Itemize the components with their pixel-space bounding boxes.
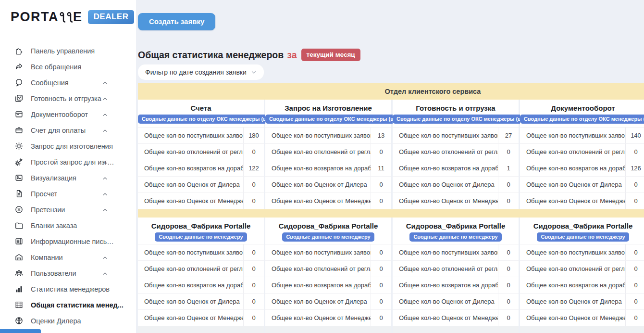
next-section-partial bbox=[138, 326, 644, 333]
table-row: Общее кол-во Оценок от Дилера0 bbox=[138, 177, 264, 193]
sidebar-item-general-stats[interactable]: Общая статистика менед... bbox=[0, 297, 136, 313]
table-row: Общее кол-во Оценок от Дилера0 bbox=[265, 294, 391, 310]
column-title: Запрос на Изготовление bbox=[265, 104, 391, 112]
date-filter-label: Фильтр по дате создания заявки bbox=[145, 68, 247, 76]
chevron-up-icon[interactable] bbox=[102, 143, 108, 149]
sidebar-item-label: Счет для оплаты bbox=[31, 127, 86, 134]
check-stack-icon bbox=[14, 94, 24, 103]
table-row: Общее кол-во поступивших заявок0 bbox=[393, 244, 519, 261]
grid-icon bbox=[14, 300, 24, 309]
chevron-up-icon[interactable] bbox=[102, 175, 108, 181]
row-label: Общее кол-во Оценок от Дилера bbox=[138, 177, 243, 192]
sidebar-item-docflow[interactable]: Документооборот bbox=[0, 106, 136, 122]
chevron-up-icon[interactable] bbox=[102, 270, 108, 276]
chevron-up-icon[interactable] bbox=[102, 79, 108, 86]
row-value: 0 bbox=[243, 277, 264, 293]
sidebar-item-companies[interactable]: Компании bbox=[0, 249, 136, 265]
row-label: Общее кол-во Оценок от Менеджера bbox=[520, 193, 625, 209]
row-value: 0 bbox=[498, 144, 519, 160]
column-header: Сидорова_Фабрика PortalleСводные данные … bbox=[138, 218, 264, 244]
chevron-up-icon[interactable] bbox=[102, 95, 108, 102]
sidebar-item-mfg-request[interactable]: Запрос для изготовления bbox=[0, 138, 136, 154]
sidebar-item-manager-stats[interactable]: Статистика менеджеров bbox=[0, 281, 136, 297]
gear-icon bbox=[14, 141, 24, 151]
row-value: 126 bbox=[625, 160, 644, 176]
x-circle-icon bbox=[14, 205, 24, 214]
sidebar-item-dealer-ratings[interactable]: Оценки Дилера bbox=[0, 313, 136, 329]
department-header: Отдел клиентского сервиса bbox=[138, 83, 644, 100]
table-row: Общее кол-во отклонений от регламента0 bbox=[138, 261, 264, 277]
sidebar-item-dashboard[interactable]: Панель управления bbox=[0, 43, 136, 59]
brand-text-suffix: E bbox=[73, 10, 83, 25]
sidebar-item-readiness[interactable]: Готовность и отгрузка bbox=[0, 90, 136, 106]
sidebar-item-invoice[interactable]: Счет для оплаты bbox=[0, 122, 136, 138]
table-row: Общее кол-во Оценок от Менеджера0 bbox=[393, 310, 519, 326]
table-row: Общее кол-во Оценок от Менеджера0 bbox=[520, 310, 644, 326]
stats-column: СчетаСводные данные по отделу ОКС менедж… bbox=[138, 100, 264, 209]
sidebar-item-messages[interactable]: Сообщения bbox=[0, 75, 136, 90]
row-value: 0 bbox=[498, 294, 519, 309]
sidebar-item-label: Просчет bbox=[31, 190, 57, 198]
row-label: Общее кол-во Оценок от Дилера bbox=[520, 294, 625, 309]
table-row: Общее кол-во отклонений от регламента0 bbox=[393, 261, 519, 277]
row-value: 0 bbox=[371, 310, 391, 326]
sidebar-item-order-forms[interactable]: Бланки заказа bbox=[0, 218, 136, 233]
row-value: 0 bbox=[243, 244, 264, 260]
sidebar-item-users[interactable]: Пользователи bbox=[0, 265, 136, 281]
row-value: 0 bbox=[371, 144, 391, 160]
chevron-up-icon[interactable] bbox=[102, 191, 108, 197]
create-request-button[interactable]: Создать заявку bbox=[138, 13, 215, 30]
sidebar-item-label: Общая статистика менед... bbox=[31, 301, 124, 309]
forward-icon bbox=[14, 62, 24, 71]
sidebar-item-info-letters[interactable]: Информационные письма bbox=[0, 233, 136, 249]
column-title: Документооборот bbox=[520, 104, 644, 112]
sidebar-item-label: Оценки Дилера bbox=[31, 317, 81, 325]
chevron-up-icon[interactable] bbox=[102, 254, 108, 260]
table-row: Общее кол-во Оценок от Менеджера0 bbox=[138, 310, 264, 326]
row-value: 0 bbox=[498, 244, 519, 260]
row-label: Общее кол-во отклонений от регламента bbox=[265, 261, 371, 277]
sidebar-item-label: Готовность и отгрузка bbox=[31, 95, 101, 102]
table-row: Общее кол-во Оценок от Дилера0 bbox=[393, 177, 519, 193]
department-summary-section: СчетаСводные данные по отделу ОКС менедж… bbox=[138, 100, 644, 209]
chevron-up-icon[interactable] bbox=[102, 206, 108, 213]
row-label: Общее кол-во Оценок от Дилера bbox=[393, 294, 498, 309]
sidebar-item-calculation[interactable]: Просчет bbox=[0, 186, 136, 202]
column-header: Сидорова_Фабрика PortalleСводные данные … bbox=[520, 218, 644, 244]
date-filter-dropdown[interactable]: Фильтр по дате создания заявки bbox=[138, 64, 264, 80]
chevron-up-icon[interactable] bbox=[102, 127, 108, 133]
column-header: ДокументооборотСводные данные по отделу … bbox=[520, 100, 644, 128]
sidebar-item-all-requests[interactable]: Все обращения bbox=[0, 59, 136, 75]
stats-column: Сидорова_Фабрика PortalleСводные данные … bbox=[265, 218, 391, 326]
row-value: 0 bbox=[625, 277, 644, 293]
row-value: 0 bbox=[625, 144, 644, 160]
chevron-up-icon[interactable] bbox=[102, 159, 108, 165]
row-value: 0 bbox=[243, 193, 264, 209]
sidebar-item-label: Все обращения bbox=[31, 63, 81, 71]
summary-badge: Сводные данные по отделу ОКС менеджеры (… bbox=[265, 115, 403, 124]
summary-badge: Сводные данные по менеджеру bbox=[282, 232, 374, 242]
row-value: 0 bbox=[625, 193, 644, 209]
row-label: Общее кол-во отклонений от регламента bbox=[138, 144, 243, 160]
sidebar-item-visualization[interactable]: Визуализация bbox=[0, 170, 136, 186]
sidebar: PORTA E DEALER Панель управленияВсе обра… bbox=[0, 0, 136, 333]
row-label: Общее кол-во Оценок от Менеджера bbox=[520, 310, 625, 326]
row-label: Общее кол-во поступивших заявок bbox=[393, 128, 498, 143]
column-title: Готовность и отгрузка bbox=[393, 104, 519, 112]
row-label: Общее кол-во Оценок от Менеджера bbox=[265, 310, 371, 326]
garage-icon bbox=[14, 253, 24, 262]
table-row: Общее кол-во отклонений от регламента0 bbox=[520, 261, 644, 277]
table-row: Общее кол-во Оценок от Дилера0 bbox=[138, 294, 264, 310]
stats-column: ДокументооборотСводные данные по отделу … bbox=[520, 100, 644, 209]
row-value: 11 bbox=[371, 160, 391, 176]
column-title: Сидорова_Фабрика Portalle bbox=[520, 222, 644, 230]
sidebar-item-simple-request[interactable]: Простой запрос для изго... bbox=[0, 154, 136, 170]
key-glyph-icon bbox=[66, 12, 73, 24]
logo[interactable]: PORTA E DEALER bbox=[0, 0, 136, 25]
summary-badge: Сводные данные по отделу ОКС менеджеры (… bbox=[138, 115, 275, 124]
users-icon bbox=[14, 269, 24, 278]
sidebar-item-claims[interactable]: Претензии bbox=[0, 202, 136, 218]
row-label: Общее кол-во возвратов на доработки bbox=[393, 277, 498, 293]
stats-column: Сидорова_Фабрика PortalleСводные данные … bbox=[520, 218, 644, 326]
chevron-up-icon[interactable] bbox=[102, 111, 108, 117]
